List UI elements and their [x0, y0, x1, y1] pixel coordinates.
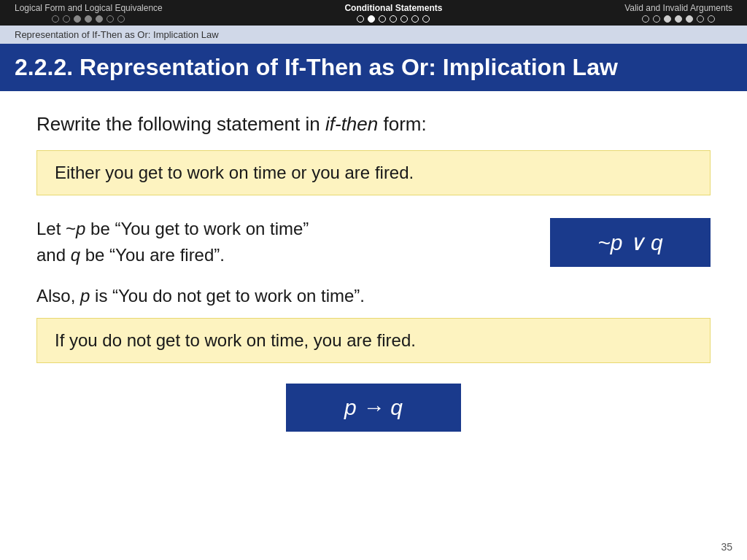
center-dot-4 — [390, 15, 397, 23]
right-dot-1 — [642, 15, 649, 23]
let-section: Let ~p be “You get to work on time” and … — [36, 216, 711, 268]
nav-section-center: Conditional Statements — [344, 3, 442, 23]
main-content: Rewrite the following statement in if-th… — [0, 91, 747, 454]
nav-label-right: Valid and Invalid Arguments — [624, 3, 732, 13]
right-dot-3 — [664, 15, 671, 23]
dot-1 — [52, 15, 59, 23]
dot-3 — [74, 15, 81, 23]
title-bar: 2.2.2. Representation of If-Then as Or: … — [0, 44, 747, 91]
page-title: 2.2.2. Representation of If-Then as Or: … — [15, 54, 732, 81]
page-number-text: 35 — [721, 541, 732, 553]
nav-label-left: Logical Form and Logical Equivalence — [15, 3, 163, 13]
page-number: 35 — [721, 541, 732, 553]
breadcrumb: Representation of If-Then as Or: Implica… — [0, 26, 747, 44]
nav-section-left: Logical Form and Logical Equivalence — [15, 3, 163, 23]
top-navigation: Logical Form and Logical Equivalence Con… — [0, 0, 747, 26]
right-dot-7 — [708, 15, 715, 23]
let-line2: and q be “You are fired”. — [36, 242, 309, 268]
statement-box: Either you get to work on time or you ar… — [36, 150, 711, 195]
right-dot-4 — [675, 15, 682, 23]
dot-6 — [107, 15, 114, 23]
formula-box-1: ~p ∨ q — [550, 218, 711, 267]
center-dot-2 — [368, 15, 375, 23]
center-dot-1 — [357, 15, 364, 23]
right-dot-5 — [686, 15, 693, 23]
also-text: Also, p is “You do not get to work on ti… — [36, 286, 711, 306]
center-dot-3 — [379, 15, 386, 23]
result-text: If you do not get to work on time, you a… — [55, 330, 416, 350]
nav-dots-left — [52, 15, 125, 23]
center-dot-6 — [411, 15, 419, 23]
center-dot-5 — [400, 15, 408, 23]
formula-2-text: p → q — [344, 395, 403, 420]
bottom-formula-wrapper: p → q — [36, 384, 711, 432]
also-before: Also, — [36, 286, 80, 306]
let-line1: Let ~p be “You get to work on time” — [36, 216, 309, 242]
result-box: If you do not get to work on time, you a… — [36, 318, 711, 363]
also-italic-p: p — [80, 286, 90, 306]
dot-7 — [117, 15, 125, 23]
right-dot-2 — [653, 15, 660, 23]
intro-text-after: form: — [378, 113, 426, 135]
dot-4 — [85, 15, 92, 23]
center-dot-7 — [422, 15, 430, 23]
intro-text-before: Rewrite the following statement in — [36, 113, 325, 135]
intro-italic: if-then — [325, 113, 378, 135]
nav-label-center: Conditional Statements — [344, 3, 442, 13]
nav-dots-right — [642, 15, 715, 23]
formula-1-text: ~p ∨ q — [597, 230, 663, 255]
dot-5 — [96, 15, 103, 23]
nav-section-right: Valid and Invalid Arguments — [624, 3, 732, 23]
breadcrumb-text: Representation of If-Then as Or: Implica… — [15, 29, 219, 40]
statement-text: Either you get to work on time or you ar… — [55, 163, 414, 182]
formula-box-2: p → q — [286, 384, 461, 432]
let-italic-p: p — [76, 219, 85, 238]
let-text: Let ~p be “You get to work on time” and … — [36, 216, 309, 268]
let-italic-q: q — [71, 245, 80, 265]
right-dot-6 — [697, 15, 704, 23]
intro-text: Rewrite the following statement in if-th… — [36, 113, 711, 136]
nav-dots-center — [357, 15, 430, 23]
also-after: is “You do not get to work on time”. — [90, 286, 365, 306]
dot-2 — [63, 15, 70, 23]
